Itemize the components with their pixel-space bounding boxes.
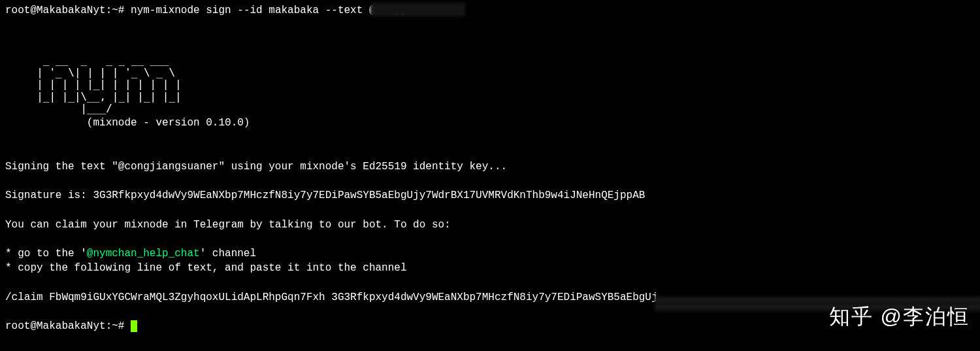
- prompt-path: :~#: [106, 5, 125, 16]
- prompt-line-1: root@MakabakaNyt:~# nym-mixnode sign --i…: [5, 3, 975, 18]
- command-text[interactable]: nym-mixnode sign --id makabaka --text @c…: [131, 5, 406, 16]
- bullet-1: * go to the '@nymchan_help_chat' channel: [5, 246, 975, 261]
- prompt-userhost-2: root@MakabakaNyt: [5, 320, 106, 332]
- nym-ascii-logo: _ __ _ _ _ __ ___ | '_ \| | | | '_ \ _ \…: [5, 54, 975, 114]
- signing-text-line: Signing the text "@congjiangsuaner" usin…: [5, 159, 975, 174]
- censored-region-1: [371, 3, 465, 17]
- prompt-userhost: root@MakabakaNyt: [5, 5, 106, 16]
- signature-line: Signature is: 3G3Rfkpxyd4dwVy9WEaNXbp7MH…: [5, 188, 975, 203]
- claim-intro-line: You can claim your mixnode in Telegram b…: [5, 218, 975, 232]
- watermark-text: 知乎 @李泊恒: [829, 302, 970, 331]
- prompt-path-2: :~#: [106, 320, 131, 332]
- bullet-2: * copy the following line of text, and p…: [5, 261, 975, 275]
- cursor-icon: [131, 320, 137, 332]
- version-line: (mixnode - version 0.10.0): [5, 116, 975, 130]
- telegram-channel-link[interactable]: @nymchan_help_chat: [87, 248, 200, 259]
